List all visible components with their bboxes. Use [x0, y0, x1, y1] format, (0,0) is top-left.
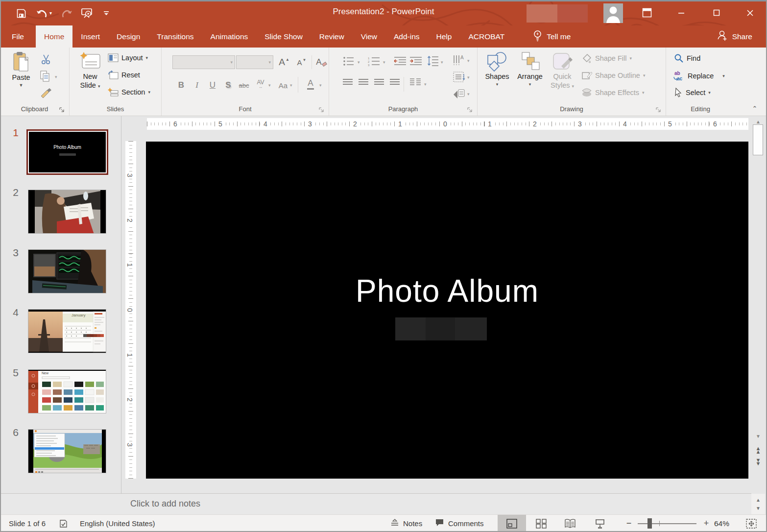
- replace-button[interactable]: abac Replace ▾: [673, 71, 725, 81]
- slide-thumbnail-3[interactable]: [28, 249, 106, 293]
- tab-file[interactable]: File: [0, 25, 36, 48]
- slide-counter[interactable]: Slide 1 of 6: [9, 515, 46, 532]
- text-shadow-button[interactable]: S: [221, 78, 235, 93]
- increase-indent-button[interactable]: [409, 56, 422, 66]
- tab-add-ins[interactable]: Add-ins: [385, 25, 428, 48]
- paste-button[interactable]: Paste ▼: [8, 51, 34, 88]
- shapes-caret[interactable]: ▾: [496, 82, 499, 87]
- copy-button[interactable]: [39, 70, 51, 83]
- shapes-button[interactable]: Shapes ▾: [483, 51, 511, 87]
- tab-help[interactable]: Help: [428, 25, 460, 48]
- new-slide-button[interactable]: New Slide ▾: [77, 51, 103, 90]
- tab-view[interactable]: View: [353, 25, 385, 48]
- drawing-dialog-launcher[interactable]: [656, 106, 662, 112]
- share-button[interactable]: Share: [717, 25, 752, 48]
- bold-button[interactable]: B: [174, 78, 188, 93]
- tab-animations[interactable]: Animations: [202, 25, 257, 48]
- change-case-caret[interactable]: ▾: [290, 83, 292, 88]
- change-case-button[interactable]: Aa: [276, 78, 290, 93]
- clear-formatting-button[interactable]: A: [314, 55, 328, 70]
- line-spacing-caret[interactable]: ▾: [441, 60, 443, 65]
- comments-toggle-button[interactable]: Comments: [435, 515, 484, 532]
- underline-button[interactable]: U: [206, 78, 219, 93]
- italic-button[interactable]: I: [190, 78, 204, 93]
- slide-canvas[interactable]: Photo Album: [146, 142, 748, 479]
- notes-pane[interactable]: Click to add notes: [1, 493, 751, 514]
- font-color-button[interactable]: A: [304, 77, 317, 92]
- align-left-button[interactable]: [343, 79, 353, 86]
- undo-button[interactable]: ▾: [34, 6, 54, 20]
- slide-thumbnail-1[interactable]: Photo Album: [26, 129, 108, 175]
- slide-thumbnail-2[interactable]: [28, 190, 106, 234]
- character-spacing-caret[interactable]: ▾: [268, 83, 271, 88]
- slide-show-view-button[interactable]: [586, 515, 614, 532]
- convert-smartart-button[interactable]: [453, 88, 465, 98]
- tell-me-box[interactable]: Tell me: [533, 25, 571, 48]
- tab-transitions[interactable]: Transitions: [148, 25, 202, 48]
- section-button[interactable]: Section▾: [108, 88, 150, 97]
- cut-button[interactable]: [40, 53, 52, 65]
- previous-slide-button[interactable]: ▲▲: [752, 445, 764, 455]
- start-from-beginning-button[interactable]: [80, 6, 93, 20]
- font-size-combobox[interactable]: ▾: [236, 55, 273, 69]
- arrange-button[interactable]: Arrange ▾: [516, 51, 544, 87]
- notes-toggle-button[interactable]: Notes: [390, 515, 422, 532]
- replace-caret[interactable]: ▾: [722, 73, 725, 78]
- shrink-font-button[interactable]: A▼: [295, 55, 309, 70]
- line-spacing-button[interactable]: [427, 55, 439, 67]
- slide-thumbnail-6[interactable]: [28, 429, 106, 473]
- arrange-caret[interactable]: ▾: [529, 82, 531, 87]
- numbering-caret[interactable]: ▾: [383, 60, 385, 65]
- reading-view-button[interactable]: [556, 515, 584, 532]
- columns-button[interactable]: [409, 78, 421, 87]
- columns-caret[interactable]: ▾: [424, 82, 427, 87]
- align-center-button[interactable]: [359, 79, 368, 86]
- new-slide-caret[interactable]: ▾: [98, 84, 100, 89]
- strikethrough-button[interactable]: abc: [237, 78, 251, 93]
- tab-insert[interactable]: Insert: [72, 25, 108, 48]
- maximize-button[interactable]: [705, 0, 728, 25]
- justify-button[interactable]: [390, 79, 400, 86]
- customize-qat-button[interactable]: [100, 6, 113, 20]
- slide-sorter-view-button[interactable]: [527, 515, 555, 532]
- scroll-down-button[interactable]: ▼: [752, 432, 764, 440]
- convert-smartart-caret[interactable]: ▾: [467, 92, 470, 97]
- paste-dropdown-caret[interactable]: ▼: [19, 83, 24, 88]
- undo-dropdown-caret[interactable]: ▾: [49, 11, 52, 16]
- save-button[interactable]: [15, 6, 27, 20]
- tab-review[interactable]: Review: [311, 25, 353, 48]
- close-button[interactable]: [739, 0, 761, 25]
- slide-thumbnail-4[interactable]: January: [28, 309, 106, 353]
- zoom-in-button[interactable]: +: [700, 515, 712, 532]
- collapse-ribbon-button[interactable]: ⌃: [749, 104, 760, 113]
- format-painter-button[interactable]: [39, 87, 53, 99]
- notes-placeholder[interactable]: Click to add notes: [130, 499, 200, 509]
- find-button[interactable]: Find: [674, 53, 700, 63]
- bullets-caret[interactable]: ▾: [358, 60, 360, 65]
- align-text-button[interactable]: [453, 71, 465, 83]
- clipboard-dialog-launcher[interactable]: [59, 106, 65, 112]
- text-direction-caret[interactable]: ▾: [467, 58, 470, 63]
- font-dialog-launcher[interactable]: [319, 106, 325, 112]
- fit-slide-to-window-button[interactable]: [743, 515, 760, 532]
- ribbon-display-options-button[interactable]: [636, 0, 658, 25]
- next-slide-button[interactable]: ▼▼: [752, 457, 764, 467]
- minimize-button[interactable]: [670, 0, 693, 25]
- slide-thumbnail-5[interactable]: New: [28, 369, 106, 413]
- tab-home[interactable]: Home: [36, 25, 72, 48]
- reset-button[interactable]: Reset: [108, 71, 140, 79]
- user-avatar[interactable]: [603, 3, 623, 23]
- numbering-button[interactable]: 123: [367, 56, 380, 66]
- zoom-slider-thumb[interactable]: [647, 518, 652, 529]
- slide-title-text[interactable]: Photo Album: [146, 273, 748, 309]
- select-button[interactable]: Select▾: [674, 88, 711, 97]
- zoom-level[interactable]: 64%: [714, 515, 729, 532]
- notes-scroll-down-button[interactable]: ▼: [756, 506, 761, 511]
- language-indicator[interactable]: English (United States): [80, 515, 155, 532]
- align-text-caret[interactable]: ▾: [467, 75, 470, 80]
- tab-acrobat[interactable]: ACROBAT: [460, 25, 513, 48]
- bullets-button[interactable]: [343, 56, 355, 66]
- font-color-caret[interactable]: ▾: [319, 83, 322, 88]
- zoom-out-button[interactable]: −: [623, 515, 635, 532]
- spell-check-icon[interactable]: [59, 515, 69, 532]
